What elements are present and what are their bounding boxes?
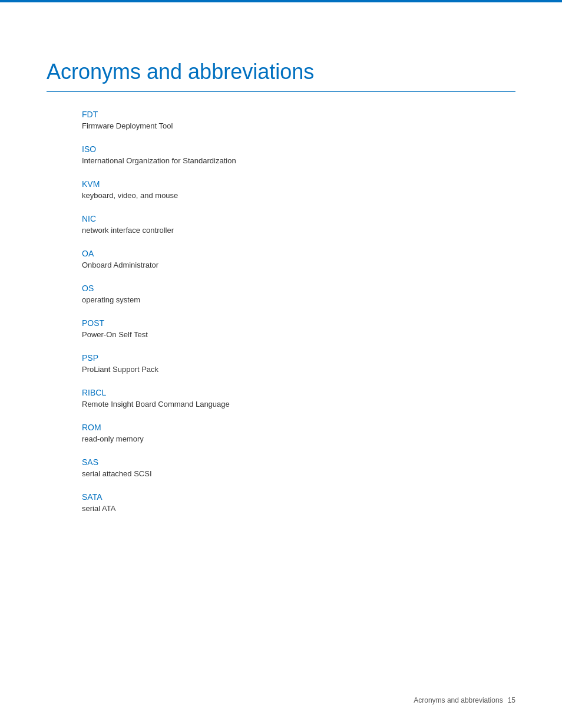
acronym-definition: Firmware Deployment Tool <box>82 121 515 130</box>
acronym-entry: NICnetwork interface controller <box>82 214 515 235</box>
acronym-term: NIC <box>82 214 515 223</box>
acronym-entry: PSPProLiant Support Pack <box>82 353 515 374</box>
acronym-definition: read-only memory <box>82 434 515 443</box>
acronym-term: ISO <box>82 144 515 154</box>
footer: Acronyms and abbreviations 15 <box>414 696 515 704</box>
acronym-term: SAS <box>82 457 515 467</box>
page-title: Acronyms and abbreviations <box>47 59 515 92</box>
acronym-term: ROM <box>82 423 515 432</box>
acronym-term: OS <box>82 284 515 293</box>
acronym-entry: SASserial attached SCSI <box>82 457 515 478</box>
acronym-term: POST <box>82 318 515 328</box>
acronym-term: KVM <box>82 179 515 189</box>
acronym-entry: ROMread-only memory <box>82 423 515 443</box>
acronym-definition: serial ATA <box>82 504 515 513</box>
acronym-term: SATA <box>82 492 515 502</box>
acronym-entry: OAOnboard Administrator <box>82 249 515 269</box>
acronym-definition: ProLiant Support Pack <box>82 365 515 374</box>
acronym-entry: KVMkeyboard, video, and mouse <box>82 179 515 200</box>
acronym-entry: FDTFirmware Deployment Tool <box>82 110 515 130</box>
acronym-term: OA <box>82 249 515 258</box>
acronym-definition: International Organization for Standardi… <box>82 156 515 165</box>
acronym-term: FDT <box>82 110 515 119</box>
acronym-definition: serial attached SCSI <box>82 469 515 478</box>
acronym-entry: RIBCLRemote Insight Board Command Langua… <box>82 388 515 409</box>
acronym-term: PSP <box>82 353 515 363</box>
acronym-entry: SATAserial ATA <box>82 492 515 513</box>
acronym-definition: network interface controller <box>82 226 515 235</box>
page-container: Acronyms and abbreviations FDTFirmware D… <box>0 0 562 728</box>
footer-text: Acronyms and abbreviations <box>414 696 503 704</box>
acronym-entry: OSoperating system <box>82 284 515 304</box>
acronym-definition: Onboard Administrator <box>82 261 515 269</box>
acronym-definition: operating system <box>82 295 515 304</box>
acronym-definition: Remote Insight Board Command Language <box>82 400 515 409</box>
content-area: FDTFirmware Deployment ToolISOInternatio… <box>82 110 515 513</box>
acronym-term: RIBCL <box>82 388 515 397</box>
acronym-entry: ISOInternational Organization for Standa… <box>82 144 515 165</box>
acronym-definition: Power-On Self Test <box>82 330 515 339</box>
footer-page-number: 15 <box>508 696 515 704</box>
acronym-entry: POSTPower-On Self Test <box>82 318 515 339</box>
acronym-definition: keyboard, video, and mouse <box>82 191 515 200</box>
top-border <box>0 0 562 2</box>
